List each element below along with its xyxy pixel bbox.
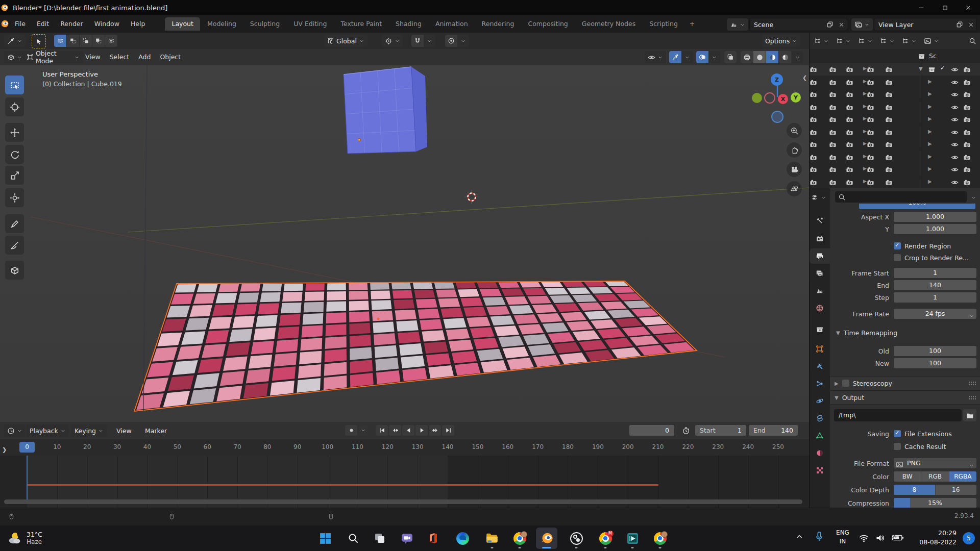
hide-viewport-toggle[interactable] xyxy=(951,178,959,186)
gizmos-toggle[interactable] xyxy=(669,51,681,63)
expand-arrow-icon[interactable]: ▶ xyxy=(928,129,932,134)
notification-badge[interactable]: 5 xyxy=(963,532,975,544)
close-button[interactable] xyxy=(957,0,980,15)
taskbar-app-blender[interactable] xyxy=(536,528,557,549)
active-tool-icon[interactable] xyxy=(32,34,46,48)
outliner-search-button[interactable] xyxy=(969,37,976,45)
timeline-menu-playback[interactable]: Playback xyxy=(27,424,69,437)
battery-icon[interactable] xyxy=(892,533,904,544)
expand-arrow-icon[interactable]: ▶ xyxy=(928,179,932,184)
taskbar-app-start[interactable] xyxy=(314,528,336,549)
playhead-line[interactable] xyxy=(27,456,28,499)
frame-step-row[interactable]: Step 1 xyxy=(835,292,976,303)
timeline-ruler[interactable]: 1020304050607080901001101201301401501601… xyxy=(0,439,809,456)
render-region-row[interactable]: Render Region xyxy=(894,240,951,252)
tool-box-select[interactable] xyxy=(5,76,24,94)
tab-modeling[interactable]: Modeling xyxy=(201,17,243,31)
outliner-row[interactable]: ▶ ▶ xyxy=(810,126,980,138)
panel-drag-grip[interactable] xyxy=(968,381,976,386)
properties-tab-modifiers[interactable] xyxy=(810,359,830,374)
remap-old-field[interactable]: 100 xyxy=(894,346,976,356)
open-folder-button[interactable] xyxy=(963,409,976,421)
outliner-display-mode-1[interactable] xyxy=(813,35,830,47)
time-remapping-header[interactable]: ▼ Time Remapping xyxy=(836,327,897,338)
editor-type-dropdown[interactable] xyxy=(4,51,26,63)
taskbar-app-chrome-3[interactable] xyxy=(649,528,671,549)
compression-row[interactable]: Compression 15% xyxy=(835,497,976,508)
shading-rendered[interactable] xyxy=(779,51,791,63)
transport-jump-end[interactable] xyxy=(442,425,454,436)
viewport-menu-object[interactable]: Object xyxy=(155,51,185,64)
hide-viewport-toggle[interactable] xyxy=(951,65,959,73)
timeline-menu-view[interactable]: View xyxy=(113,424,135,437)
expand-arrow-icon[interactable]: ▶ xyxy=(863,116,867,121)
maximize-button[interactable] xyxy=(933,0,957,15)
proportional-editing-group[interactable] xyxy=(445,35,469,47)
minimize-button[interactable] xyxy=(910,0,933,15)
view-layer-name-field[interactable]: View Layer xyxy=(874,18,977,31)
hide-viewport-toggle[interactable] xyxy=(951,153,959,161)
outliner-filter-dropdown[interactable] xyxy=(922,35,941,47)
stereoscopy-section[interactable]: ▶ Stereoscopy xyxy=(830,376,980,390)
frame-end-row[interactable]: End 140 xyxy=(835,280,976,291)
expand-arrow-icon[interactable]: ▶ xyxy=(863,166,867,171)
current-frame-field[interactable]: 0 xyxy=(629,425,674,436)
outliner-display-mode-5[interactable] xyxy=(900,35,918,47)
unlink-scene-button[interactable] xyxy=(836,19,847,30)
tool-measure[interactable] xyxy=(5,236,24,255)
tool-transform[interactable] xyxy=(5,188,24,207)
properties-search-input[interactable] xyxy=(835,191,967,203)
file-format-row[interactable]: File Format PNG xyxy=(835,458,976,469)
expand-arrow-icon[interactable]: ▶ xyxy=(928,141,932,146)
tool-rotate[interactable] xyxy=(5,145,24,164)
option-16[interactable]: 16 xyxy=(936,485,977,495)
viewport-menu-add[interactable]: Add xyxy=(134,51,155,64)
gizmo-z-axis[interactable]: Z xyxy=(771,73,783,86)
collapse-arrow-icon[interactable]: ▼ xyxy=(919,66,923,71)
tab-scripting[interactable]: Scripting xyxy=(643,17,684,31)
tab-layout[interactable]: Layout xyxy=(165,17,200,31)
option-rgba[interactable]: RGBA xyxy=(949,471,976,482)
properties-tab-particles[interactable] xyxy=(810,376,830,391)
timeline-menu-keying[interactable]: Keying xyxy=(71,424,107,437)
stereoscopy-checkbox[interactable] xyxy=(842,380,849,387)
active-tool-fallback-dropdown[interactable] xyxy=(4,35,26,47)
remap-new-field[interactable]: 100 xyxy=(894,358,976,368)
taskbar-app-edge[interactable] xyxy=(452,528,473,549)
option-rgb[interactable]: RGB xyxy=(921,471,949,482)
region-collapse-arrow[interactable]: ❮ xyxy=(802,74,807,81)
expand-arrow-icon[interactable]: ▶ xyxy=(928,154,932,159)
pivot-point-dropdown[interactable] xyxy=(382,35,403,47)
panel-drag-grip[interactable] xyxy=(968,395,976,400)
tab-rendering[interactable]: Rendering xyxy=(475,17,521,31)
expand-arrow-icon[interactable]: ▶ xyxy=(928,104,932,109)
render-region-checkbox[interactable] xyxy=(894,242,901,249)
outliner[interactable]: Sc ▶ ▼ ▶ ▶ ▶ xyxy=(809,49,980,188)
clock-widget[interactable]: 20:2908-08-2022 xyxy=(919,529,957,547)
gizmo-x-axis[interactable]: X xyxy=(778,94,788,104)
selectability-dropdown[interactable] xyxy=(645,51,666,63)
transport-play[interactable] xyxy=(415,425,428,436)
viewport-menu-view[interactable]: View xyxy=(81,51,105,64)
properties-tab-scene[interactable] xyxy=(810,283,830,298)
expand-arrow-icon[interactable]: ▶ xyxy=(863,129,867,134)
resolution-slider-clipped[interactable]: 100% xyxy=(859,204,975,209)
transport-jump-start[interactable] xyxy=(376,425,388,436)
frame-rate-row[interactable]: Frame Rate 24 fps xyxy=(835,308,976,319)
tray-expand-icon[interactable] xyxy=(795,533,803,542)
shading-material-preview[interactable] xyxy=(766,51,778,63)
tab-sculpting[interactable]: Sculpting xyxy=(243,17,286,31)
compression-slider[interactable]: 15% xyxy=(894,498,976,508)
outliner-row[interactable]: ▶ ▶ xyxy=(810,151,980,163)
menu-edit[interactable]: Edit xyxy=(31,18,55,30)
hide-viewport-toggle[interactable] xyxy=(951,128,959,136)
tab-geometry-nodes[interactable]: Geometry Nodes xyxy=(575,17,642,31)
new-view-layer-button[interactable] xyxy=(954,19,965,30)
nav-ortho-grid-button[interactable] xyxy=(787,181,802,196)
frame-end-field[interactable]: 140 xyxy=(894,280,976,290)
disable-render-toggle[interactable] xyxy=(963,128,971,136)
tab-compositing[interactable]: Compositing xyxy=(521,17,574,31)
frame-start-row[interactable]: Frame Start 1 xyxy=(835,267,976,279)
xray-toggle[interactable] xyxy=(724,51,737,63)
disable-render-toggle[interactable] xyxy=(963,165,971,173)
